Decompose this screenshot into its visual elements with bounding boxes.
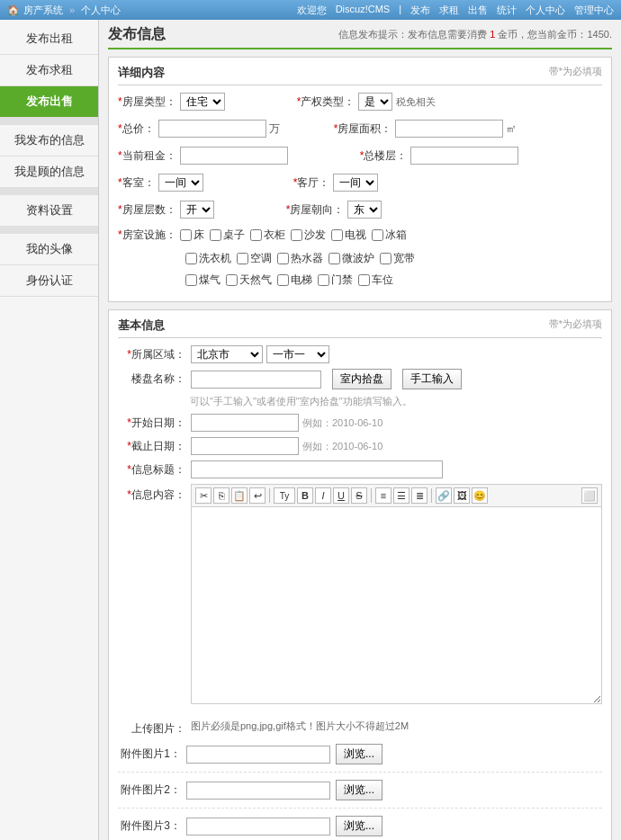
rte-link-btn[interactable]: 🔗 (436, 487, 452, 504)
facility-door-checkbox[interactable] (318, 274, 329, 286)
facility-parking[interactable]: 车位 (358, 273, 393, 288)
facility-elevator[interactable]: 电梯 (277, 273, 312, 288)
rent-link[interactable]: 求租 (439, 4, 459, 17)
sidebar-item-publish-out[interactable]: 发布出售 (0, 86, 98, 118)
stats-link[interactable]: 统计 (497, 4, 517, 17)
facility-gas1-checkbox[interactable] (185, 274, 197, 286)
nav-item-2[interactable]: 个人中心 (81, 4, 121, 17)
sidebar-item-avatar[interactable]: 我的头像 (0, 234, 98, 265)
sidebar-item-auth[interactable]: 身份认证 (0, 265, 98, 297)
info-title-input[interactable] (191, 460, 443, 478)
sidebar-item-publish-sale[interactable]: 发布出租 (0, 23, 98, 55)
basic-required-hint: 带*为必填项 (549, 317, 602, 334)
current-rent-input[interactable] (180, 147, 288, 165)
facility-broadband[interactable]: 宽带 (380, 251, 415, 266)
facility-sofa[interactable]: 沙发 (291, 228, 326, 243)
nav-item-1[interactable]: 房产系统 (23, 4, 63, 17)
facility-sofa-checkbox[interactable] (291, 229, 302, 241)
facility-washer[interactable]: 洗衣机 (185, 251, 231, 266)
facility-ac-checkbox[interactable] (237, 253, 248, 264)
tax-select[interactable]: 是 否 (358, 93, 392, 111)
facility-microwave-checkbox[interactable] (328, 253, 340, 264)
rte-image-btn[interactable]: 🖼 (454, 487, 470, 504)
sidebar-item-my-info[interactable]: 我发布的信息 (0, 125, 98, 156)
sidebar-item-publish-want[interactable]: 发布求租 (0, 55, 98, 86)
hall-select[interactable]: 一间 两间 (333, 174, 378, 192)
district-select[interactable]: 一市一 朝阳区 海淀区 (266, 345, 329, 363)
total-floors-input[interactable] (410, 147, 518, 165)
attach-input-1[interactable] (186, 746, 330, 764)
room-select[interactable]: 一间 两间 三间 (158, 174, 203, 192)
admin-link[interactable]: 管理中心 (574, 4, 614, 17)
username-link[interactable]: Discuz!CMS (336, 4, 391, 17)
house-type-label: *房屋类型： (118, 94, 176, 110)
facility-microwave[interactable]: 微波炉 (328, 251, 374, 266)
map-hint: 可以"手工输入"或者使用"室内拾盘"功能填写输入。 (118, 395, 602, 408)
facility-desk[interactable]: 桌子 (210, 228, 245, 243)
orientation-select[interactable]: 东 南 西 北 (347, 201, 382, 219)
total-price-input[interactable] (158, 120, 266, 138)
start-date-label: *开始日期： (118, 416, 185, 431)
rte-copy-btn[interactable]: ⎘ (213, 487, 230, 504)
sidebar-item-settings[interactable]: 资料设置 (0, 195, 98, 227)
attach-input-3[interactable] (186, 818, 330, 836)
rte-underline-btn[interactable]: U (333, 487, 349, 504)
facility-broadband-checkbox[interactable] (380, 253, 392, 264)
house-type-select[interactable]: 住宅 商铺 别墅 公寓 (180, 93, 225, 111)
facility-gas1[interactable]: 煤气 (185, 273, 220, 288)
rte-italic-btn[interactable]: I (315, 487, 331, 504)
rte-align-right-btn[interactable]: ≣ (411, 487, 428, 504)
rte-strikethrough-btn[interactable]: S (351, 487, 367, 504)
start-date-input[interactable] (191, 414, 299, 432)
city-select[interactable]: 北京市 上海市 (191, 345, 263, 363)
facility-wardrobe[interactable]: 衣柜 (250, 228, 285, 243)
sidebar-item-agent-info[interactable]: 我是顾的信息 (0, 156, 98, 188)
floor-select[interactable]: 开 关 (180, 201, 214, 219)
facility-bed-checkbox[interactable] (180, 229, 192, 241)
facility-washer-checkbox[interactable] (185, 253, 197, 264)
facility-fridge[interactable]: 冰箱 (372, 228, 407, 243)
attach-browse-2[interactable]: 浏览... (336, 780, 382, 800)
facility-tv-checkbox[interactable] (331, 229, 343, 241)
cell-total-price: *总价： 万 (118, 120, 280, 138)
rte-cut-btn[interactable]: ✂ (195, 487, 212, 504)
facility-heater-checkbox[interactable] (277, 253, 289, 264)
attach-browse-1[interactable]: 浏览... (336, 744, 382, 764)
facilities-row2: 洗衣机 空调 热水器 微波炉 宽带 (118, 251, 602, 269)
facility-wardrobe-checkbox[interactable] (250, 229, 262, 241)
facility-gas2-checkbox[interactable] (226, 274, 238, 286)
facility-elevator-checkbox[interactable] (277, 274, 289, 286)
facility-fridge-checkbox[interactable] (372, 229, 383, 241)
sale-link[interactable]: 出售 (468, 4, 488, 17)
rte-fullscreen-btn[interactable]: ⬜ (581, 487, 598, 504)
cell-house-type: *房屋类型： 住宅 商铺 别墅 公寓 (118, 93, 225, 111)
facility-gas2[interactable]: 天然气 (226, 273, 272, 288)
publish-link[interactable]: 发布 (410, 4, 430, 17)
rte-ty-btn[interactable]: Ty (274, 487, 295, 504)
facility-door[interactable]: 门禁 (318, 273, 353, 288)
rte-paste-btn[interactable]: 📋 (231, 487, 248, 504)
attach-input-2[interactable] (186, 782, 330, 800)
rte-bold-btn[interactable]: B (297, 487, 313, 504)
manual-input-btn[interactable]: 手工输入 (402, 369, 462, 389)
rte-align-left-btn[interactable]: ≡ (375, 487, 392, 504)
area-input[interactable] (395, 120, 503, 138)
personal-link[interactable]: 个人中心 (526, 4, 565, 17)
attach-row-3: 附件图片3： 浏览... (118, 816, 602, 840)
rte-emoji-btn[interactable]: 😊 (472, 487, 488, 504)
facility-parking-checkbox[interactable] (358, 274, 370, 286)
rte-align-center-btn[interactable]: ☰ (393, 487, 410, 504)
end-date-input[interactable] (191, 437, 299, 455)
facility-tv[interactable]: 电视 (331, 228, 366, 243)
attach-browse-3[interactable]: 浏览... (336, 816, 382, 836)
rte-undo-btn[interactable]: ↩ (249, 487, 266, 504)
facility-ac[interactable]: 空调 (237, 251, 272, 266)
facility-desk-checkbox[interactable] (210, 229, 221, 241)
facility-bed[interactable]: 床 (180, 228, 204, 243)
rte-textarea[interactable] (191, 506, 602, 704)
cell-tax: *产权类型： 是 否 税免相关 (297, 93, 436, 111)
map-select-btn[interactable]: 室内拾盘 (332, 369, 392, 389)
row-house-type: *房屋类型： 住宅 商铺 别墅 公寓 *产权类型： 是 否 税免相关 (118, 93, 602, 114)
facility-heater[interactable]: 热水器 (277, 251, 323, 266)
location-name-input[interactable] (191, 371, 321, 389)
